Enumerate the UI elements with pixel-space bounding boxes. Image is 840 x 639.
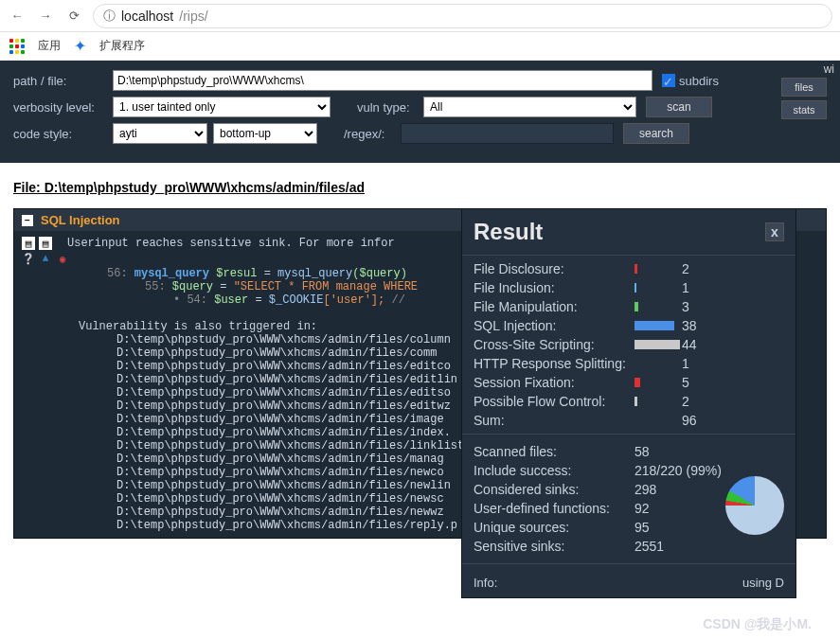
verbosity-label: verbosity level: — [13, 100, 113, 115]
result-title: Result — [474, 219, 543, 245]
path-input[interactable] — [113, 70, 652, 91]
files-button[interactable]: files — [781, 78, 827, 97]
path-label: path / file: — [13, 74, 113, 88]
info-icon: ⓘ — [103, 8, 116, 25]
stat-row: HTTP Response Splitting:1 — [462, 354, 795, 373]
search-button[interactable]: search — [623, 123, 689, 144]
stat-row: File Inclusion:1 — [462, 278, 795, 297]
info-value: using D — [742, 576, 784, 590]
config-panel: wi files stats path / file: ✓ subdirs ve… — [0, 61, 840, 163]
url-path: /rips/ — [179, 9, 207, 24]
subdirs-label: subdirs — [679, 74, 719, 88]
url-host: localhost — [121, 9, 173, 24]
target-icon[interactable]: ◉ — [56, 252, 69, 265]
watermark: CSDN @我是小M. — [703, 616, 812, 633]
url-bar[interactable]: ⓘ localhost/rips/ — [93, 4, 832, 28]
forward-button[interactable]: → — [36, 7, 55, 26]
db-icon[interactable]: ▲ — [39, 252, 52, 265]
stat-row: File Disclosure:2 — [462, 259, 795, 278]
codestyle-label: code style: — [13, 127, 113, 141]
ext-label[interactable]: 扩展程序 — [99, 38, 145, 54]
vulntype-select[interactable]: All — [423, 97, 636, 117]
stat-row: Cross-Site Scripting:44 — [462, 335, 795, 354]
stats-button[interactable]: stats — [781, 100, 827, 119]
codestyle-select[interactable]: ayti — [113, 123, 207, 144]
back-button[interactable]: ← — [8, 7, 27, 26]
pie-chart — [725, 476, 784, 535]
subdirs-checkbox[interactable]: ✓ — [662, 74, 675, 87]
file-icon[interactable]: ▤ — [22, 237, 35, 250]
browser-toolbar: ← → ⟳ ⓘ localhost/rips/ — [0, 0, 840, 32]
stat-row: File Manipulation:3 — [462, 297, 795, 316]
collapse-icon[interactable]: − — [22, 215, 33, 226]
extension-icon[interactable]: ✦ — [74, 37, 86, 55]
scan-row: Scanned files:58 — [474, 442, 784, 461]
vulntype-label: vuln type: — [357, 100, 423, 115]
scan-row: Include success:218/220 (99%) — [474, 461, 784, 480]
scan-row: Sensitive sinks:2551 — [474, 537, 784, 556]
verbosity-select[interactable]: 1. user tainted only — [113, 97, 331, 117]
info-label: Info: — [474, 576, 497, 590]
apps-icon[interactable] — [9, 39, 25, 54]
direction-select[interactable]: bottom-up — [213, 123, 317, 144]
reload-button[interactable]: ⟳ — [64, 7, 83, 26]
file-heading: File: D:\temp\phpstudy_pro\WWW\xhcms/adm… — [13, 180, 827, 195]
regex-input[interactable] — [401, 123, 614, 144]
stat-row: SQL Injection:38 — [462, 316, 795, 335]
stat-row: Possible Flow Control:2 — [462, 392, 795, 411]
result-popup: Result x File Disclosure:2File Inclusion… — [461, 208, 796, 598]
wi-text: wi — [824, 62, 834, 76]
stat-row: Session Fixation:5 — [462, 373, 795, 392]
help-icon[interactable]: ❔ — [22, 252, 35, 265]
apps-label[interactable]: 应用 — [38, 38, 61, 54]
close-button[interactable]: x — [765, 222, 784, 241]
scan-button[interactable]: scan — [646, 97, 712, 117]
vuln-title: SQL Injection — [41, 213, 120, 227]
regex-label: /regex/: — [344, 127, 401, 141]
bookmark-bar: 应用 ✦ 扩展程序 — [0, 32, 840, 61]
copy-icon[interactable]: ▤ — [39, 237, 52, 250]
stat-row: Sum:96 — [462, 411, 795, 430]
